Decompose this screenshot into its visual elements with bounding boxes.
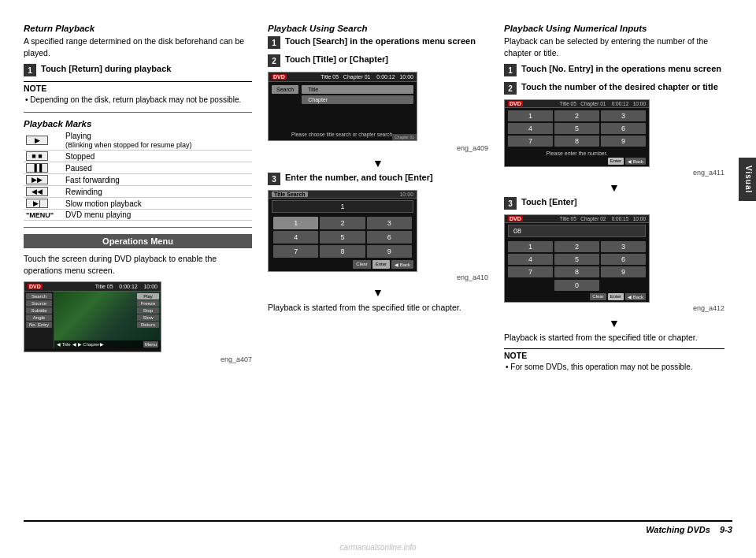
rnum-info-1: Title 05 Chapter 01 0:00:12 10:00 [560,101,646,106]
num-1[interactable]: 1 [273,217,318,229]
arrow-down-2: ▼ [268,286,488,299]
num-7[interactable]: 7 [273,245,318,258]
rnum2-7[interactable]: 7 [508,266,553,277]
num-6[interactable]: 6 [367,231,412,244]
rnum2-6[interactable]: 6 [601,254,646,265]
num-bottom-row-mid: Clear Enter ◀ Back [269,260,417,271]
rnum-4[interactable]: 4 [508,123,553,134]
rnum-2[interactable]: 2 [554,110,599,121]
rnum-bottom-1: Enter ◀ Back [505,158,649,166]
rnum-enter-1[interactable]: Enter [608,158,624,165]
next-chapter-btn: ▶ Chapter▶ [78,341,104,347]
step-1-search-text: Touch [Search] in the operations menu sc… [285,35,476,47]
num-2[interactable]: 2 [320,217,365,229]
title-btn[interactable]: Title [302,85,413,94]
return-playback-text: A specified range determined on the disk… [24,35,252,58]
enter-btn-mid[interactable]: Enter [372,260,390,269]
footer-text: Watching DVDs 9-3 [646,525,732,534]
pause-icon: ▐▐ [26,163,48,173]
num-9[interactable]: 9 [367,245,412,258]
rnum2-8[interactable]: 8 [554,266,599,277]
step-1-search: 1 Touch [Search] in the operations menu … [268,35,488,49]
rnum-3[interactable]: 3 [601,110,646,121]
step-3-right: 3 Touch [Enter] [504,196,724,210]
step-2-right-text: Touch the number of the desired chapter … [521,81,718,93]
step-3-search-text: Enter the number, and touch [Enter] [285,172,433,184]
footer-title: Watching DVDs [646,525,710,534]
back-btn-mid[interactable]: ◀ Back [391,260,413,269]
step-2-search: 2 Touch [Title] or [Chapter] [268,54,488,67]
freeze-btn[interactable]: Freeze [137,300,159,307]
right-screen2-caption: eng_a412 [504,304,724,312]
note-title: NOTE [24,84,252,93]
display-val: 08 [508,225,646,237]
rnum2-0[interactable]: 0 [554,280,599,291]
subtitle-btn[interactable]: Subtitle [26,307,52,314]
note-text: Depending on the disk, return playback m… [24,95,252,106]
right-arrow-1: ▼ [504,181,724,194]
stop-btn[interactable]: Stop [137,307,159,314]
source-btn[interactable]: Source [26,300,52,307]
rnum-topbar-1: DVD Title 05 Chapter 01 0:00:12 10:00 [505,100,649,108]
chapter-btn[interactable]: Chapter [302,95,413,104]
dvd-topbar: DVD Title 05 0:00:12 10:00 [24,282,161,292]
rnum-6[interactable]: 6 [601,123,646,134]
num-8[interactable]: 8 [320,245,365,258]
playback-marks-title: Playback Marks [24,119,252,128]
rnum2-1[interactable]: 1 [508,241,553,252]
title-search-btn[interactable]: Search [272,85,298,94]
dvd-screen-title-chapter: DVD Title 05 Chapter 01 0:00:12 10:00 Se… [268,72,417,141]
rnum-bottom-2: Clear Enter ◀ Back [505,293,649,302]
ff-icon: ▶▶ [26,175,48,184]
num-5[interactable]: 5 [320,231,365,244]
clear-btn-mid[interactable]: Clear [353,260,370,269]
no-entry-btn[interactable]: No. Entry [26,322,52,328]
angle-btn[interactable]: Angle [26,314,52,321]
rnum-enter-2[interactable]: Enter [608,293,624,300]
dvd-logo: DVD [28,284,43,289]
screen2-caption: eng_a410 [268,273,488,281]
dvd-screen-ops: DVD Title 05 0:00:12 10:00 Search Source… [24,281,161,352]
mark-label: Stopped [63,151,252,162]
right-screen1-caption: eng_a411 [504,169,724,177]
rnum2-5[interactable]: 5 [554,254,599,265]
rnum2-2[interactable]: 2 [554,241,599,252]
return-btn[interactable]: Return [137,322,159,328]
rnum2-3[interactable]: 3 [601,241,646,252]
rnum-9[interactable]: 9 [601,136,646,147]
rnum-8[interactable]: 8 [554,136,599,147]
playback-marks-table: ▶ Playing(Blinking when stopped for resu… [24,131,252,221]
step-num-3-mid: 3 [268,173,280,185]
rnum-1[interactable]: 1 [508,110,553,121]
page-footer: Watching DVDs 9-3 [24,520,732,534]
play-btn[interactable]: Play [137,293,159,299]
rnum-clear-2[interactable]: Clear [590,293,606,300]
stop-icon: ■ ■ [26,151,48,161]
mark-label: DVD menu playing [63,210,252,221]
rnum-back-2[interactable]: ◀ Back [625,293,646,300]
menu-btn[interactable]: Menu [143,341,158,348]
table-row: "MENU" DVD menu playing [24,210,252,221]
rnum-5[interactable]: 5 [554,123,599,134]
num-4[interactable]: 4 [273,231,318,244]
mark-label: Fast forwarding [63,174,252,186]
right-arrow-2: ▼ [504,317,724,329]
rnum2-4[interactable]: 4 [508,254,553,265]
prev-title-btn: ◀ Title [57,341,71,347]
right-column: Playback Using Numerical Inputs Playback… [504,24,732,512]
rnum2-9[interactable]: 9 [601,266,646,277]
table-row: ■ ■ Stopped [24,151,252,162]
ts-time: 10:00 [399,192,413,197]
step-3-right-text: Touch [Enter] [521,196,577,208]
table-row: ▶▶ Fast forwarding [24,174,252,186]
mark-label: Slow motion playback [63,198,252,210]
rnum-back-1[interactable]: ◀ Back [625,158,646,165]
num-3[interactable]: 3 [367,217,412,229]
menu-icon: "MENU" [26,211,54,219]
search-btn[interactable]: Search [26,293,52,299]
step-3-search: 3 Enter the number, and touch [Enter] [268,172,488,185]
rew-icon: ◀◀ [26,187,48,196]
slow-btn[interactable]: Slow [137,314,159,321]
rnum-7[interactable]: 7 [508,136,553,147]
dvd-sidebar: Search Source Subtitle Angle No. Entry [24,292,54,348]
